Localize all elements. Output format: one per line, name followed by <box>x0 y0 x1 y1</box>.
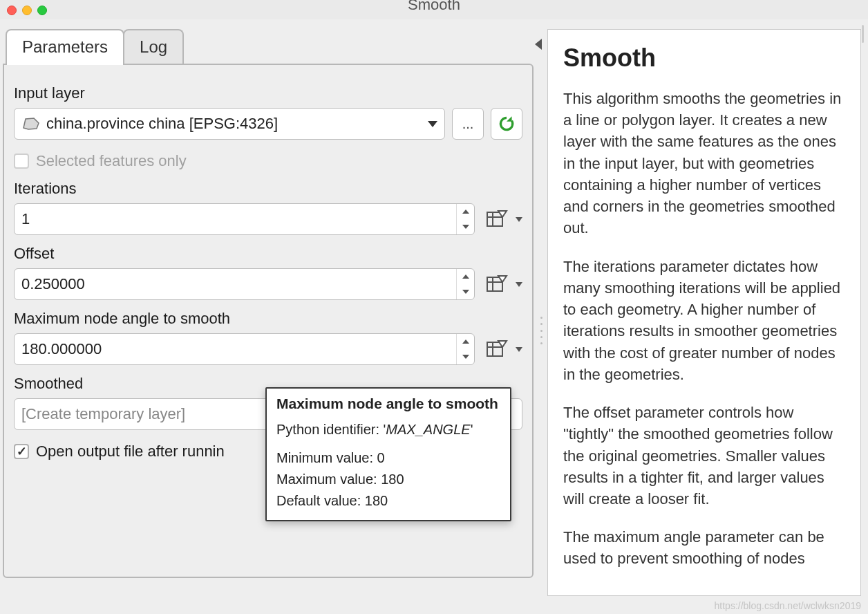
smoothed-placeholder: [Create temporary layer] <box>21 405 185 423</box>
splitter-grip-icon <box>540 317 545 344</box>
input-layer-combo[interactable]: china.province china [EPSG:4326] <box>14 108 445 140</box>
reload-icon <box>498 115 516 133</box>
tooltip-identifier: MAX_ANGLE <box>386 422 470 437</box>
polygon-layer-icon <box>21 117 41 131</box>
input-layer-value: china.province china [EPSG:4326] <box>46 115 278 133</box>
input-layer-label: Input layer <box>14 84 522 102</box>
data-defined-icon <box>486 339 509 360</box>
help-paragraph-4: The maximum angle parameter can be used … <box>563 526 845 569</box>
max-angle-label: Maximum node angle to smooth <box>14 310 522 328</box>
window-title: Smooth <box>0 0 868 14</box>
tooltip-identifier-suffix: ' <box>471 422 473 437</box>
chevron-down-icon <box>516 282 522 287</box>
help-panel: Smooth This algorithm smooths the geomet… <box>547 29 861 596</box>
data-defined-icon <box>486 209 509 230</box>
offset-input[interactable]: 0.250000 <box>14 268 475 300</box>
iterations-value: 1 <box>21 210 456 228</box>
chevron-down-icon <box>428 121 437 127</box>
help-paragraph-3: The offset parameter controls how "tight… <box>563 402 845 510</box>
tooltip-default-label: Default value: <box>276 493 365 508</box>
browse-layer-button[interactable]: ... <box>452 108 484 140</box>
title-bar: Smooth <box>0 0 868 19</box>
reload-layer-button[interactable] <box>491 108 522 140</box>
open-output-checkbox[interactable] <box>14 444 29 459</box>
open-output-label: Open output file after runnin <box>36 443 225 461</box>
tooltip-max-value: 180 <box>381 472 404 487</box>
chevron-down-icon <box>516 217 522 222</box>
tooltip-min-value: 0 <box>377 450 385 465</box>
tooltip-max-label: Maximum value: <box>276 472 381 487</box>
help-paragraph-1: This algorithm smooths the geometries in… <box>563 88 845 239</box>
watermark: https://blog.csdn.net/wclwksn2019 <box>715 600 861 611</box>
offset-value: 0.250000 <box>21 275 456 293</box>
tooltip-min-label: Minimum value: <box>276 450 377 465</box>
parameter-tooltip: Maximum node angle to smooth Python iden… <box>265 387 511 521</box>
max-angle-data-defined-button[interactable] <box>482 333 513 365</box>
help-paragraph-2: The iterations parameter dictates how ma… <box>563 256 845 385</box>
tooltip-identifier-prefix: Python identifier: ' <box>276 422 386 437</box>
selected-features-only-label: Selected features only <box>36 152 187 170</box>
max-angle-input[interactable]: 180.000000 <box>14 333 475 365</box>
iterations-spinner[interactable] <box>456 204 474 234</box>
tab-log[interactable]: Log <box>123 29 184 65</box>
offset-data-defined-button[interactable] <box>482 268 513 300</box>
help-title: Smooth <box>563 44 845 73</box>
tooltip-title: Maximum node angle to smooth <box>276 396 500 412</box>
tab-parameters[interactable]: Parameters <box>6 29 124 65</box>
offset-spinner[interactable] <box>456 269 474 299</box>
collapse-arrow-icon <box>535 39 542 50</box>
iterations-input[interactable]: 1 <box>14 203 475 235</box>
max-angle-value: 180.000000 <box>21 340 456 358</box>
tooltip-default-value: 180 <box>365 493 388 508</box>
tab-bar: Parameters Log <box>6 29 534 65</box>
selected-features-only-checkbox <box>14 154 29 169</box>
splitter[interactable] <box>539 19 547 614</box>
offset-label: Offset <box>14 245 522 263</box>
iterations-data-defined-button[interactable] <box>482 203 513 235</box>
data-defined-icon <box>486 274 509 295</box>
chevron-down-icon <box>516 347 522 352</box>
max-angle-spinner[interactable] <box>456 334 474 364</box>
parameters-panel: Input layer china.province china [EPSG:4… <box>3 64 534 578</box>
iterations-label: Iterations <box>14 180 522 198</box>
